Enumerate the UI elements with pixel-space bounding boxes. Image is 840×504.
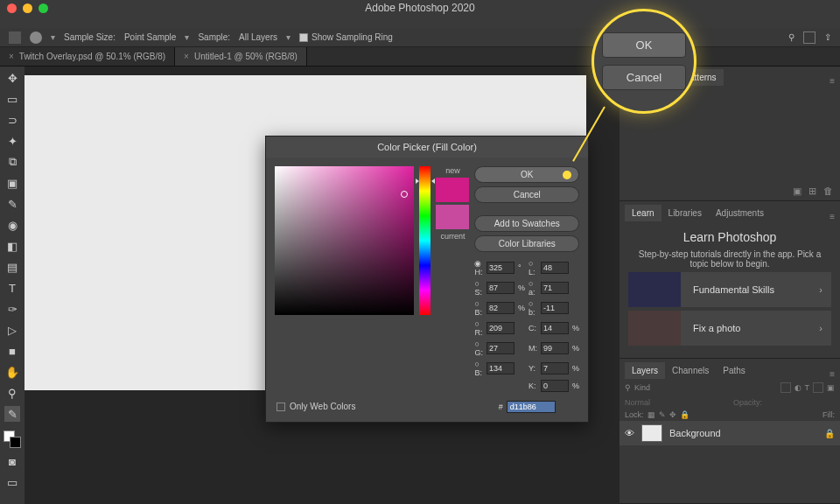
bb-radio[interactable]: ○ B: (474, 360, 483, 377)
chevron-down-icon[interactable]: ▾ (185, 32, 189, 42)
show-sampling-ring-checkbox[interactable]: Show Sampling Ring (299, 32, 393, 42)
frame-tool-icon[interactable]: ▣ (4, 175, 20, 191)
lock-all-icon[interactable]: 🔒 (680, 410, 690, 419)
g-input[interactable] (486, 342, 514, 354)
s-radio[interactable]: ○ S: (474, 279, 483, 297)
select-tool-icon[interactable]: ▷ (4, 322, 20, 338)
tab-libraries[interactable]: Libraries (662, 205, 709, 221)
eraser-tool-icon[interactable]: ◧ (4, 238, 20, 254)
hand-tool-icon[interactable]: ✋ (4, 364, 20, 380)
tool-preset-icon[interactable] (30, 32, 42, 44)
lasso-tool-icon[interactable]: ⊃ (4, 112, 20, 128)
tab-adjustments[interactable]: Adjustments (709, 205, 771, 221)
window-traffic-lights[interactable] (7, 4, 48, 13)
path-tool-icon[interactable]: ✑ (4, 301, 20, 317)
chevron-down-icon[interactable]: ▾ (51, 32, 55, 42)
opacity-label: Opacity: (733, 398, 835, 407)
blend-mode[interactable]: Normal (625, 398, 726, 407)
panel-menu-icon[interactable]: ≡ (830, 369, 835, 379)
lesson-thumb (628, 311, 681, 346)
a-radio[interactable]: ○ a: (528, 279, 537, 297)
close-icon[interactable]: × (184, 52, 189, 61)
new-item-icon[interactable]: ⊞ (808, 186, 816, 197)
filter-shape-icon[interactable] (813, 382, 823, 393)
panel-menu-icon[interactable]: ≡ (830, 76, 835, 86)
document-tabs: ×Twitch Overlay.psd @ 50.1% (RGB/8) ×Unt… (0, 47, 840, 66)
current-color-swatch[interactable] (436, 205, 469, 229)
marquee-tool-icon[interactable]: ▭ (4, 91, 20, 107)
b2-radio[interactable]: ○ b: (528, 299, 537, 317)
layer-filter[interactable]: ⚲ Kind (625, 383, 777, 392)
document-tab[interactable]: ×Untitled-1 @ 50% (RGB/8) (175, 47, 307, 66)
search-icon[interactable]: ⚲ (788, 32, 794, 42)
eyedropper-tool-icon[interactable]: ✎ (4, 406, 20, 422)
share-icon[interactable]: ⇪ (824, 32, 831, 42)
color-libraries-button[interactable]: Color Libraries (474, 235, 579, 252)
filter-pixel-icon[interactable] (780, 382, 791, 393)
tab-paths[interactable]: Paths (716, 362, 752, 379)
lesson-fundamental[interactable]: Fundamental Skills› (628, 272, 831, 307)
b2-input[interactable] (541, 302, 569, 314)
y-input[interactable] (541, 362, 569, 374)
new-folder-icon[interactable]: ▣ (793, 186, 802, 197)
tab-learn[interactable]: Learn (625, 205, 662, 221)
filter-adjust-icon[interactable]: ◐ (794, 383, 802, 392)
zoom-tool-icon[interactable]: ⚲ (4, 385, 20, 401)
a-input[interactable] (541, 282, 569, 294)
document-tab[interactable]: ×Twitch Overlay.psd @ 50.1% (RGB/8) (0, 47, 175, 66)
k-input[interactable] (541, 380, 569, 392)
close-icon[interactable]: × (9, 52, 14, 61)
layer-background[interactable]: 👁 Background 🔒 (620, 421, 840, 445)
c-input[interactable] (541, 322, 569, 334)
shape-tool-icon[interactable]: ■ (4, 343, 20, 359)
crop-tool-icon[interactable]: ⧉ (4, 154, 20, 170)
stamp-tool-icon[interactable]: ◉ (4, 217, 20, 233)
screenmode-icon[interactable]: ▭ (4, 474, 20, 490)
g-radio[interactable]: ○ G: (474, 340, 483, 357)
type-tool-icon[interactable]: T (4, 280, 20, 296)
l-input[interactable] (541, 262, 569, 274)
filter-type-icon[interactable]: T (805, 383, 810, 392)
gradient-tool-icon[interactable]: ▤ (4, 259, 20, 275)
new-label: new (445, 166, 460, 175)
lock-pos-icon[interactable]: ✥ (669, 410, 676, 419)
visibility-icon[interactable]: 👁 (625, 428, 634, 438)
tab-channels[interactable]: Channels (665, 362, 716, 379)
chevron-right-icon: › (810, 284, 831, 295)
sample-value[interactable]: All Layers (239, 32, 277, 42)
lock-trans-icon[interactable]: ▦ (648, 410, 655, 419)
workspace-icon[interactable] (803, 32, 816, 44)
sample-size-value[interactable]: Point Sample (124, 32, 176, 42)
ok-button[interactable]: OK (474, 166, 579, 183)
m-input[interactable] (541, 342, 569, 354)
b-radio[interactable]: ○ B: (474, 299, 483, 317)
lesson-fix-photo[interactable]: Fix a photo› (628, 311, 831, 346)
wand-tool-icon[interactable]: ✦ (4, 133, 20, 149)
hex-input[interactable] (507, 401, 556, 413)
tab-layers[interactable]: Layers (625, 362, 665, 379)
h-input[interactable] (486, 262, 514, 274)
r-radio[interactable]: ○ R: (474, 319, 483, 337)
only-web-colors-checkbox[interactable]: Only Web Colors (276, 402, 355, 411)
color-swatches[interactable] (4, 430, 21, 448)
home-icon[interactable] (9, 32, 21, 44)
quickmask-icon[interactable]: ◙ (4, 453, 20, 469)
h-radio[interactable]: ◉ H: (474, 259, 483, 276)
move-tool-icon[interactable]: ✥ (4, 70, 20, 86)
filter-smart-icon[interactable]: ▣ (827, 383, 835, 392)
lock-pixel-icon[interactable]: ✎ (659, 410, 666, 419)
cancel-button[interactable]: Cancel (474, 186, 579, 203)
hue-slider[interactable] (419, 166, 430, 315)
r-input[interactable] (486, 322, 514, 334)
chevron-down-icon[interactable]: ▾ (286, 32, 290, 42)
s-input[interactable] (486, 282, 514, 294)
brush-tool-icon[interactable]: ✎ (4, 196, 20, 212)
saturation-field[interactable] (275, 166, 414, 315)
trash-icon[interactable]: 🗑 (823, 186, 833, 197)
b-input[interactable] (486, 302, 514, 314)
panel-menu-icon[interactable]: ≡ (830, 212, 835, 221)
add-swatches-button[interactable]: Add to Swatches (474, 215, 579, 232)
l-radio[interactable]: ○ L: (528, 259, 537, 276)
sample-size-label: Sample Size: (64, 32, 116, 42)
bb-input[interactable] (486, 362, 514, 374)
